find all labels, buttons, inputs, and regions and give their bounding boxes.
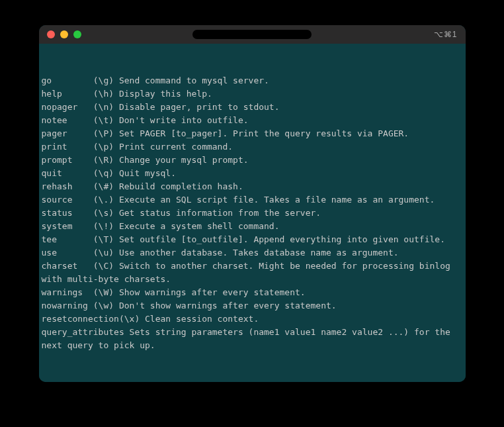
help-line: nowarning (\w) Don't show warnings after… (42, 299, 463, 312)
terminal-window: ⌥⌘1 go (\g) Send command to mysql server… (39, 25, 466, 382)
help-line: tee (\T) Set outfile [to_outfile]. Appen… (42, 233, 463, 246)
help-line: source (\.) Execute an SQL script file. … (42, 193, 463, 207)
help-line: go (\g) Send command to mysql server. (42, 74, 463, 87)
minimize-icon[interactable] (60, 30, 68, 38)
help-line: query_attributes Sets string parameters … (42, 326, 463, 352)
help-line: nopager (\n) Disable pager, print to std… (42, 101, 463, 114)
terminal-body[interactable]: go (\g) Send command to mysql server.hel… (39, 44, 466, 382)
help-line: notee (\t) Don't write into outfile. (42, 114, 463, 127)
help-line: rehash (\#) Rebuild completion hash. (42, 180, 463, 193)
help-line: print (\p) Print current command. (42, 140, 463, 154)
help-line: help (\h) Display this help. (42, 87, 463, 101)
titlebar-title-redacted (192, 30, 312, 39)
help-line: pager (\P) Set PAGER [to_pager]. Print t… (42, 127, 463, 140)
help-output: go (\g) Send command to mysql server.hel… (42, 74, 463, 352)
window-controls (47, 30, 81, 38)
blank-line (42, 379, 463, 382)
help-line: quit (\q) Quit mysql. (42, 167, 463, 180)
help-line: charset (\C) Switch to another charset. … (42, 260, 463, 286)
help-line: warnings (\W) Show warnings after every … (42, 286, 463, 299)
close-icon[interactable] (47, 30, 55, 38)
titlebar: ⌥⌘1 (39, 25, 466, 44)
help-line: use (\u) Use another database. Takes dat… (42, 246, 463, 260)
zoom-icon[interactable] (73, 30, 81, 38)
help-line: resetconnection(\x) Clean session contex… (42, 312, 463, 326)
titlebar-shortcut: ⌥⌘1 (434, 30, 458, 39)
help-line: prompt (\R) Change your mysql prompt. (42, 154, 463, 167)
help-line: status (\s) Get status information from … (42, 207, 463, 220)
help-line: system (\!) Execute a system shell comma… (42, 220, 463, 233)
